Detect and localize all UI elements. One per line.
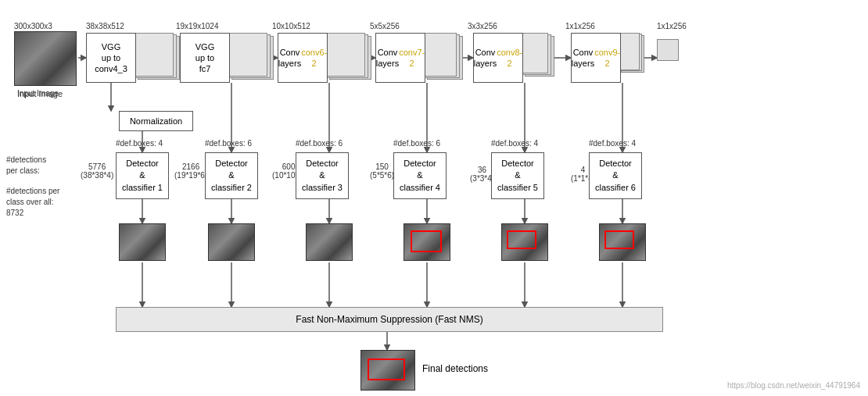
conv7-box: Convlayersconv7-2 <box>375 33 425 83</box>
detector-5: Detector&classifier 5 <box>491 152 544 199</box>
conv8-size-label: 3x3x256 <box>468 22 497 30</box>
count-4: 150(5*5*6) <box>370 162 394 180</box>
detector-3: Detector&classifier 3 <box>296 152 349 199</box>
normalization-box: Normalization <box>119 111 193 131</box>
def-boxes-5: #def.boxes: 4 <box>491 139 538 148</box>
detector-2: Detector&classifier 2 <box>205 152 258 199</box>
final-label: Final detections <box>422 363 488 374</box>
small-cube <box>657 39 679 61</box>
nms-box: Fast Non-Maximum Suppression (Fast NMS) <box>116 307 663 332</box>
def-boxes-2: #def.boxes: 6 <box>205 139 252 148</box>
input-image <box>14 31 77 86</box>
conv6-box: Convlayersconv6-2 <box>278 33 328 83</box>
conv8-box: Convlayersconv8-2 <box>473 33 523 83</box>
watermark: https://blog.csdn.net/weixin_44791964 <box>727 381 860 390</box>
conv9-size2-label: 1x1x256 <box>657 22 687 30</box>
input-size-label: 300x300x3 <box>14 22 52 30</box>
def-boxes-4: #def.boxes: 6 <box>393 139 440 148</box>
preview-3 <box>306 223 353 261</box>
preview-6 <box>599 223 646 261</box>
detector-4: Detector&classifier 4 <box>393 152 447 199</box>
vgg2-box: VGGup tofc7 <box>180 33 230 83</box>
detections-total-label: #detections perclass over all:8732 <box>6 186 77 219</box>
def-boxes-6: #def.boxes: 4 <box>589 139 636 148</box>
final-image <box>360 350 415 391</box>
input-image-label-text: Input Image <box>17 89 63 98</box>
conv9-box: Convlayersconv9-2 <box>571 33 621 83</box>
preview-1 <box>119 223 166 261</box>
def-boxes-3: #def.boxes: 6 <box>296 139 343 148</box>
detector-6: Detector&classifier 6 <box>589 152 642 199</box>
vgg2-size-label: 19x19x1024 <box>176 22 219 30</box>
detections-per-class-label: #detectionsper class: <box>6 155 77 177</box>
count-1: 5776(38*38*4) <box>81 162 113 180</box>
vgg1-box: VGGup toconv4_3 <box>86 33 136 83</box>
conv6-size-label: 10x10x512 <box>272 22 310 30</box>
preview-2 <box>208 223 255 261</box>
def-boxes-1: #def.boxes: 4 <box>116 139 163 148</box>
detector-1: Detector&classifier 1 <box>116 152 169 199</box>
preview-5 <box>501 223 548 261</box>
conv7-size-label: 5x5x256 <box>370 22 400 30</box>
count-2: 2166(19*19*6) <box>174 162 207 180</box>
conv9-size-label: 1x1x256 <box>565 22 595 30</box>
vgg1-size-label: 38x38x512 <box>86 22 124 30</box>
preview-4 <box>404 223 450 261</box>
